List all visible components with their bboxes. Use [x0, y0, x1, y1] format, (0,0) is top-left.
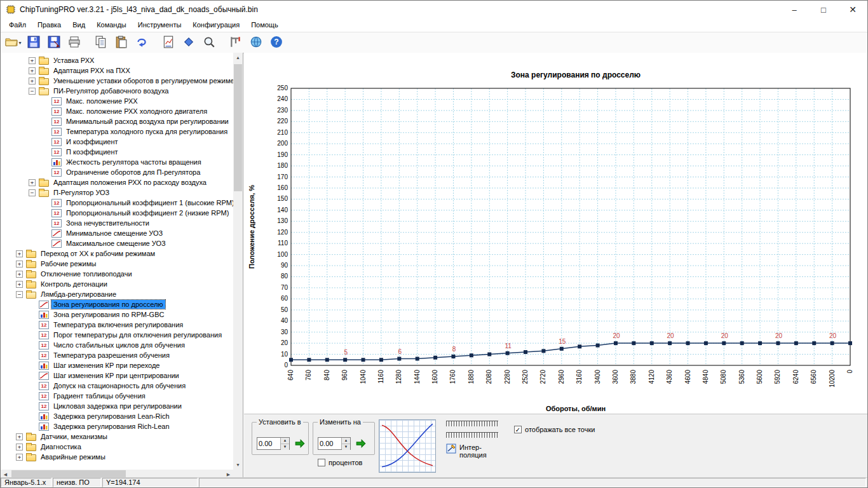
menu-item[interactable]: Вид [67, 18, 91, 32]
tree-item[interactable]: Зона регулирования по RPM-GBC [1, 309, 233, 320]
spin-up-icon[interactable]: ▲ [281, 438, 289, 444]
menu-item[interactable]: Инструменты [132, 18, 187, 32]
expand-icon[interactable]: + [29, 78, 36, 85]
tree-item[interactable]: +Уменьшение уставки оборотов в регулируе… [1, 76, 233, 86]
apply-change-by-button[interactable] [355, 438, 367, 449]
tree-item[interactable]: 12П коэффициент [1, 147, 233, 157]
menu-item[interactable]: Конфигурация [187, 18, 245, 32]
tree-item[interactable]: +Адаптация положения РХХ по расходу возд… [1, 177, 233, 187]
tree-item[interactable]: 12Ограничение оборотов для П-регулятора [1, 167, 233, 177]
copy-button[interactable] [91, 34, 111, 52]
save-button[interactable] [24, 34, 44, 52]
scroll-down-icon[interactable]: ▼ [233, 460, 243, 470]
tree-item[interactable]: 12Пропорциональный коэффициент 2 (низкие… [1, 208, 233, 218]
collapse-icon[interactable]: − [29, 189, 36, 196]
expand-icon[interactable]: + [16, 281, 23, 288]
spin-down-icon[interactable]: ▼ [342, 444, 350, 450]
expand-icon[interactable]: + [16, 454, 23, 461]
tree-item[interactable]: Жесткость регулятора частоты вращения [1, 157, 233, 167]
interpolation-icon[interactable] [446, 444, 456, 454]
menu-item[interactable]: Файл [3, 18, 32, 32]
properties-button[interactable] [179, 34, 199, 52]
tree-item[interactable]: +Диагностика [1, 442, 233, 452]
tree-item[interactable]: 12Макс. положение РХХ холодного двигател… [1, 106, 233, 116]
zoom-button[interactable] [199, 34, 219, 52]
tree-item[interactable]: 12Температура разрешения обучения [1, 350, 233, 360]
tree-item[interactable]: 12Порог температуры для отключения регул… [1, 330, 233, 340]
web-help-button[interactable] [246, 34, 266, 52]
tree-item[interactable]: 12Макс. положение РХХ [1, 96, 233, 106]
tree-item[interactable]: −ПИ-Регулятор добавочного воздуха [1, 86, 233, 96]
undo-button[interactable] [132, 34, 152, 52]
set-value-input[interactable] [257, 438, 280, 449]
tree-item[interactable]: +Адаптация РХХ на ПХХ [1, 65, 233, 76]
spin-down-icon[interactable]: ▼ [281, 444, 289, 450]
tree-item[interactable]: +Рабочие режимы [1, 259, 233, 269]
tree-item[interactable]: 12Минимальный расход воздуха при регулир… [1, 116, 233, 126]
tree-item[interactable]: 12И коэффициент [1, 137, 233, 147]
percent-checkbox[interactable] [318, 459, 325, 466]
collapse-icon[interactable]: − [29, 88, 36, 95]
tree-item[interactable]: 12Пропорциональный коэффициент 1 (высоки… [1, 198, 233, 208]
change-by-input[interactable] [318, 438, 341, 449]
tree-item[interactable]: +Аварийные режимы [1, 452, 233, 462]
tree-item[interactable]: 12Зона нечувствительности [1, 218, 233, 228]
graph-preview-button[interactable] [379, 419, 436, 473]
tree-item[interactable]: +Датчики, механизмы [1, 431, 233, 442]
measure-button[interactable] [226, 34, 246, 52]
tree-item[interactable]: 12Число стабильных циклов для обучения [1, 340, 233, 350]
chart-plot[interactable]: 0102030405060708090100110120130140150160… [262, 81, 859, 403]
tree-item[interactable]: 12Температура холодного пуска для регули… [1, 126, 233, 137]
help-button[interactable]: ? [266, 34, 287, 52]
expand-icon[interactable]: + [16, 433, 23, 440]
close-button[interactable]: ✕ [838, 1, 867, 18]
print-button[interactable] [64, 34, 85, 52]
tree-item-label: Зона регулирования по дросселю [51, 300, 165, 309]
tree-item[interactable]: Задержка регулирования Lean-Rich [1, 411, 233, 421]
show-all-points-row[interactable]: ✓ отображать все точки [514, 426, 595, 433]
open-file-button[interactable]: ▾ [3, 34, 24, 52]
tree-item[interactable]: 12Цикловая задержка при регулировании [1, 401, 233, 411]
tree-item[interactable]: +Отключение топливоподачи [1, 269, 233, 279]
tree-item[interactable]: Шаг изменения КР при центрировании [1, 370, 233, 381]
show-all-points-checkbox[interactable]: ✓ [514, 426, 522, 433]
menu-item[interactable]: Помощь [245, 18, 284, 32]
report-button[interactable] [158, 34, 179, 52]
expand-icon[interactable]: + [16, 271, 23, 278]
expand-icon[interactable]: + [16, 250, 23, 257]
percent-checkbox-row[interactable]: процентов [318, 459, 362, 466]
tree-item[interactable]: 12Допуск на стационарность для обучения [1, 381, 233, 391]
expand-icon[interactable]: + [16, 444, 23, 451]
scroll-up-icon[interactable]: ▲ [233, 53, 243, 62]
tree-item[interactable]: −П-Регулятор УОЗ [1, 187, 233, 198]
tree-item[interactable]: −Лямбда-регулирование [1, 289, 233, 299]
vertical-scroll-thumb[interactable] [234, 64, 242, 191]
expand-icon[interactable]: + [29, 179, 36, 186]
tree-item[interactable]: Шаг изменения КР при переходе [1, 360, 233, 370]
tree-item[interactable]: +Переход от ХХ к рабочим режимам [1, 248, 233, 259]
open-file-dropdown-icon[interactable]: ▾ [18, 40, 21, 46]
spin-up-icon[interactable]: ▲ [342, 438, 350, 444]
save-as-button[interactable] [44, 34, 64, 52]
minimize-button[interactable]: – [780, 1, 809, 18]
expand-icon[interactable]: + [29, 57, 36, 64]
tree-item[interactable]: Минимальное смещение УОЗ [1, 228, 233, 238]
tree-item[interactable]: +Контроль детонации [1, 279, 233, 289]
tree-item[interactable]: Зона регулирования по дросселю [1, 299, 233, 309]
paste-button[interactable] [111, 34, 132, 52]
tree-item[interactable]: 12Градиент таблицы обучения [1, 391, 233, 401]
tree-vertical-scrollbar[interactable]: ▲ ▼ [233, 53, 243, 470]
svg-text:40: 40 [281, 317, 288, 324]
tree-item[interactable]: 12Температура включения регулирования [1, 320, 233, 330]
tree-item[interactable]: Задержка регулирования Rich-Lean [1, 421, 233, 431]
collapse-icon[interactable]: − [16, 291, 23, 298]
apply-set-value-button[interactable] [294, 438, 306, 449]
expand-icon[interactable]: + [16, 261, 23, 268]
maximize-button[interactable]: □ [809, 1, 838, 18]
tree-item[interactable]: +Уставка РХХ [1, 55, 233, 65]
expand-icon[interactable]: + [29, 67, 36, 74]
menu-item[interactable]: Команды [91, 18, 132, 32]
menu-item[interactable]: Правка [32, 18, 67, 32]
tree-item[interactable]: Максимальное смещение УОЗ [1, 238, 233, 248]
percent-checkbox-label: процентов [329, 459, 362, 466]
